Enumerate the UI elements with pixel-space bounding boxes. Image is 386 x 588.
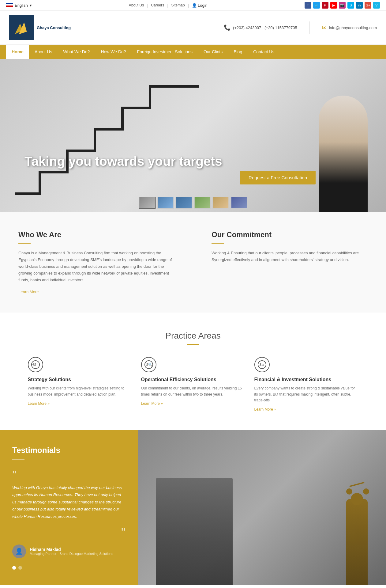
close-quote: " xyxy=(12,526,126,538)
email-icon: ✉ xyxy=(322,24,327,31)
pinterest-icon[interactable]: P xyxy=(322,2,328,9)
dot-1[interactable] xyxy=(12,566,16,570)
nav-contact[interactable]: Contact Us xyxy=(248,45,280,59)
practice-card-strategy: €$ Strategy Solutions Working with our c… xyxy=(28,357,132,412)
sep2: | xyxy=(167,3,168,8)
thumb-3[interactable] xyxy=(175,197,192,209)
email-contact: ✉ info@ghayaconsulting.com xyxy=(322,24,377,31)
nav-clients[interactable]: Our Clints xyxy=(198,45,228,59)
googleplus-icon[interactable]: G+ xyxy=(365,2,371,9)
who-we-are-title: Who We Are xyxy=(18,230,174,239)
svg-rect-2 xyxy=(6,6,13,7)
nav-foreign-investment[interactable]: Foreign Investment Solutions xyxy=(132,45,198,59)
logo-box xyxy=(9,15,34,40)
sitemap-link[interactable]: Sitemap xyxy=(171,3,185,7)
thumb-6[interactable] xyxy=(230,197,247,209)
practice-divider xyxy=(187,344,199,345)
testimonials-left: Testimonials " Working with Ghaya has to… xyxy=(0,430,138,585)
phone-contact: 📞 (+203) 4243007 (+20) 1153779705 xyxy=(224,24,297,31)
linkedin-icon[interactable]: in xyxy=(356,2,363,9)
hero-woman xyxy=(319,96,368,212)
thumb-5[interactable] xyxy=(212,197,229,209)
cta-button[interactable]: Request a Free Consultation xyxy=(240,171,316,184)
nav-blog[interactable]: Blog xyxy=(228,45,248,59)
ops-learn-more[interactable]: Learn More » xyxy=(141,401,163,406)
testimonial-dots xyxy=(12,566,126,570)
svg-text:$🔍: $🔍 xyxy=(146,362,152,367)
about-section: Who We Are Ghaya is a Management & Busin… xyxy=(0,212,386,313)
person-name: Hisham Maklad xyxy=(30,547,113,552)
signing-person xyxy=(156,478,233,585)
our-commitment: Our Commitment Working & Ensuring that o… xyxy=(193,230,368,294)
nav-home[interactable]: Home xyxy=(6,45,29,59)
user-icon: 👤 xyxy=(192,3,197,8)
who-we-are-text: Ghaya is a Management & Business Consult… xyxy=(18,250,174,283)
careers-link[interactable]: Careers xyxy=(151,3,164,7)
phone-icon: 📞 xyxy=(224,24,230,31)
about-link[interactable]: About Us xyxy=(129,3,144,7)
practice-card-ops: $🔍 Operational Efficiency Solutions Our … xyxy=(141,357,245,412)
person-info: Hisham Maklad Managing Partner - Brand D… xyxy=(30,547,113,556)
main-nav: Home About Us What We Do? How We Do? For… xyxy=(0,45,386,59)
facebook-icon[interactable]: f xyxy=(305,2,311,9)
social-icons: f 🐦 P ▶ 📷 S in G+ V xyxy=(305,2,380,9)
testimonials-image xyxy=(138,430,386,585)
strategy-text: Working with our clients from high-level… xyxy=(28,385,132,397)
login-link[interactable]: 👤 Login xyxy=(192,3,208,8)
thumb-4[interactable] xyxy=(194,197,211,209)
youtube-icon[interactable]: ▶ xyxy=(330,2,337,9)
dot-2[interactable] xyxy=(18,566,22,570)
ops-text: Our commitment to our clients, on averag… xyxy=(141,385,245,397)
person-role: Managing Partner - Brand Dialogue Market… xyxy=(30,552,113,556)
chevron-down-icon: ▾ xyxy=(30,3,32,8)
finance-icon: $⊕ xyxy=(254,357,270,372)
thumb-1[interactable] xyxy=(139,197,156,209)
finance-learn-more[interactable]: Learn More » xyxy=(254,407,276,412)
top-bar: English ▾ About Us | Careers | Sitemap |… xyxy=(0,0,386,11)
thumb-2[interactable] xyxy=(157,197,174,209)
who-we-are: Who We Are Ghaya is a Management & Busin… xyxy=(18,230,193,294)
ops-title: Operational Efficiency Solutions xyxy=(141,377,245,382)
open-quote: " xyxy=(12,469,126,481)
practice-cards: €$ Strategy Solutions Working with our c… xyxy=(18,357,368,412)
logo-area[interactable]: Ghaya Consulting xyxy=(9,15,71,40)
top-nav-links: About Us | Careers | Sitemap | 👤 Login xyxy=(129,3,208,8)
gold-divider-left xyxy=(18,243,31,244)
justice-statue xyxy=(346,499,368,585)
nav-how-we-do[interactable]: How We Do? xyxy=(95,45,131,59)
practice-section: Practice Areas €$ Strategy Solutions Wor… xyxy=(0,313,386,430)
test-divider xyxy=(12,459,24,460)
sep3: | xyxy=(188,3,189,8)
gold-divider-right xyxy=(212,243,224,244)
hero-headline: Taking you towards your targets xyxy=(24,154,300,169)
twitter-icon[interactable]: 🐦 xyxy=(313,2,320,9)
svg-rect-1 xyxy=(6,4,13,6)
finance-text: Every company wants to create strong & s… xyxy=(254,385,358,403)
staircase-graphic xyxy=(15,77,199,200)
svg-text:$⊕: $⊕ xyxy=(260,363,264,366)
language-selector[interactable]: English ▾ xyxy=(6,3,32,8)
nav-about[interactable]: About Us xyxy=(29,45,58,59)
testimonials-title: Testimonials xyxy=(12,446,126,455)
flag-icon xyxy=(6,3,13,8)
testimonial-quote: Working with Ghaya has totally changed t… xyxy=(12,484,126,520)
header-divider xyxy=(309,21,310,34)
site-header: Ghaya Consulting 📞 (+203) 4243007 (+20) … xyxy=(0,11,386,45)
commitment-text: Working & Ensuring that our clients' peo… xyxy=(212,250,368,263)
practice-card-finance: $⊕ Financial & Investment Solutions Ever… xyxy=(254,357,358,412)
logo-text: Ghaya Consulting xyxy=(37,25,71,30)
testimonial-person: 👤 Hisham Maklad Managing Partner - Brand… xyxy=(12,544,126,558)
hero-thumbnails xyxy=(139,197,247,209)
vimeo-icon[interactable]: V xyxy=(373,2,380,9)
nav-what-we-do[interactable]: What We Do? xyxy=(58,45,96,59)
skype-icon[interactable]: S xyxy=(347,2,354,9)
language-label: English xyxy=(15,3,28,8)
sep1: | xyxy=(147,3,148,8)
learn-more-link[interactable]: Learn More xyxy=(18,290,174,294)
instagram-icon[interactable]: 📷 xyxy=(339,2,346,9)
phone-numbers: (+203) 4243007 (+20) 1153779705 xyxy=(233,25,297,30)
testimonials-right xyxy=(138,430,386,585)
finance-title: Financial & Investment Solutions xyxy=(254,377,358,382)
svg-text:€$: €$ xyxy=(32,363,36,366)
strategy-learn-more[interactable]: Learn More » xyxy=(28,401,50,406)
